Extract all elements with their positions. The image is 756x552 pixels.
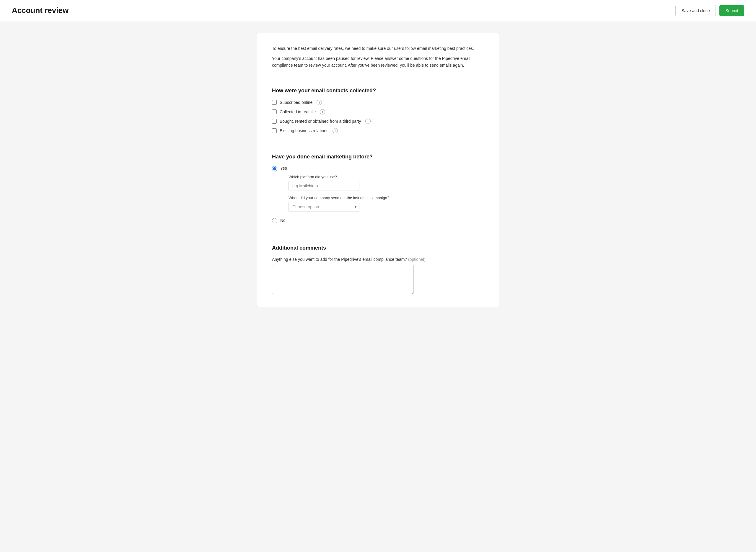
- checkbox-existing-business[interactable]: [272, 128, 277, 133]
- checkbox-label-business: Existing business relations: [280, 128, 328, 133]
- campaign-select-wrapper: Choose option Within the last month 1-3 …: [289, 202, 359, 212]
- platform-label: Which platform did you use?: [289, 175, 389, 179]
- checkbox-label-real-life: Collected in real life: [280, 110, 316, 114]
- checkbox-item-bought[interactable]: Bought, rented or obtained from a third …: [272, 119, 484, 124]
- save-close-button[interactable]: Save and close: [675, 5, 716, 16]
- intro-section: To ensure the best email delivery rates,…: [272, 45, 484, 68]
- contacts-section: How were your email contacts collected? …: [272, 88, 484, 133]
- info-icon-bought[interactable]: i: [365, 119, 370, 124]
- checkbox-subscribed-online[interactable]: [272, 100, 277, 105]
- info-icon-business[interactable]: i: [332, 128, 338, 133]
- platform-field: Which platform did you use?: [289, 175, 389, 191]
- checkbox-item-subscribed[interactable]: Subscribed online i: [272, 100, 484, 105]
- checkbox-label-subscribed: Subscribed online: [280, 100, 312, 105]
- yes-sub-fields: Which platform did you use? When did you…: [289, 175, 389, 212]
- comment-field-label: Anything else you want to add for the Pi…: [272, 257, 484, 262]
- checkbox-label-bought: Bought, rented or obtained from a third …: [280, 119, 361, 124]
- checkbox-group: Subscribed online i Collected in real li…: [272, 100, 484, 133]
- campaign-field: When did your company send out the last …: [289, 195, 389, 212]
- yes-option-content: Yes Which platform did you use? When did…: [280, 166, 389, 212]
- comments-section-title: Additional comments: [272, 245, 484, 251]
- page-content: To ensure the best email delivery rates,…: [245, 21, 511, 319]
- submit-button[interactable]: Submit: [719, 5, 744, 16]
- radio-yes[interactable]: [272, 166, 277, 171]
- contacts-section-title: How were your email contacts collected?: [272, 88, 484, 94]
- divider-2: [272, 144, 484, 144]
- page-title: Account review: [12, 6, 69, 15]
- info-icon-real-life[interactable]: i: [320, 109, 325, 115]
- radio-item-no: No: [272, 218, 484, 223]
- radio-item-yes: Yes Which platform did you use? When did…: [272, 166, 484, 212]
- marketing-section: Have you done email marketing before? Ye…: [272, 154, 484, 223]
- divider-1: [272, 78, 484, 78]
- marketing-section-title: Have you done email marketing before?: [272, 154, 484, 160]
- checkbox-collected-real-life[interactable]: [272, 110, 277, 114]
- intro-line2: Your company's account has been paused f…: [272, 55, 484, 68]
- campaign-select[interactable]: Choose option Within the last month 1-3 …: [289, 202, 359, 212]
- optional-label: (optional): [408, 257, 425, 262]
- comments-textarea[interactable]: [272, 265, 414, 294]
- divider-3: [272, 234, 484, 234]
- comments-section: Additional comments Anything else you wa…: [272, 245, 484, 295]
- platform-input[interactable]: [289, 181, 359, 191]
- radio-no-label[interactable]: No: [280, 218, 286, 223]
- radio-no[interactable]: [272, 218, 277, 223]
- info-icon-subscribed[interactable]: i: [317, 100, 322, 105]
- checkbox-item-business[interactable]: Existing business relations i: [272, 128, 484, 133]
- header-actions: Save and close Submit: [675, 5, 744, 16]
- comment-label-text: Anything else you want to add for the Pi…: [272, 257, 407, 262]
- form-card: To ensure the best email delivery rates,…: [257, 33, 499, 307]
- page-header: Account review Save and close Submit: [0, 0, 756, 21]
- campaign-label: When did your company send out the last …: [289, 195, 389, 200]
- checkbox-item-real-life[interactable]: Collected in real life i: [272, 109, 484, 115]
- intro-line1: To ensure the best email delivery rates,…: [272, 45, 484, 52]
- radio-group: Yes Which platform did you use? When did…: [272, 166, 484, 223]
- checkbox-bought-rented[interactable]: [272, 119, 277, 124]
- radio-yes-label[interactable]: Yes: [280, 165, 287, 170]
